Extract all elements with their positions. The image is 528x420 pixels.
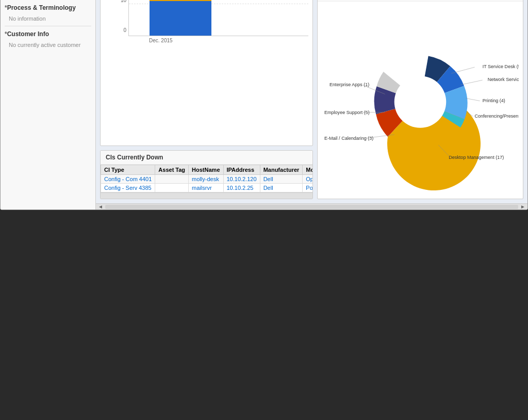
ip-1[interactable]: 10.10.2.25 bbox=[227, 185, 254, 191]
process-info: No information bbox=[1, 13, 95, 24]
line-it bbox=[451, 67, 474, 73]
ci-title: CIs Currently Down bbox=[101, 151, 312, 165]
col-manufacturer[interactable]: Manufacturer bbox=[260, 165, 303, 175]
service-panel: Open Incidents/Service Requests by Servi… bbox=[317, 0, 523, 199]
line-net bbox=[460, 80, 482, 85]
label-network: Network Services (2) bbox=[488, 77, 519, 82]
bar-column[interactable] bbox=[150, 0, 211, 36]
dashboard-left: Open Incidents/Service Requests by Statu… bbox=[100, 0, 313, 199]
process-label: Process & Terminology bbox=[7, 4, 76, 11]
main-layout: Quick Search Search Incident ··· 🔍 Open … bbox=[1, 0, 527, 209]
y-label-10: 10 bbox=[121, 0, 126, 3]
svg-point-11 bbox=[394, 76, 447, 128]
sidebar: Quick Search Search Incident ··· 🔍 Open … bbox=[1, 0, 96, 209]
model-0[interactable]: OptiFlex 90... bbox=[306, 176, 312, 182]
customer-label: Customer Info bbox=[7, 30, 49, 38]
service-donut-container: IT Service Desk (5) Network Services (2)… bbox=[318, 2, 523, 197]
ci-table: CI Type Asset Tag HostName IPAddress Man… bbox=[101, 165, 312, 192]
content-area: Cherwell Software Henri Bryce Thursday, … bbox=[96, 0, 527, 209]
bar-reopened bbox=[150, 1, 211, 36]
col-asset-tag[interactable]: Asset Tag bbox=[155, 165, 189, 175]
table-scrollbar[interactable] bbox=[101, 192, 312, 199]
bottom-scrollbar[interactable]: ◄ ► bbox=[96, 203, 527, 209]
label-desktop: Desktop Management (17) bbox=[449, 155, 504, 160]
table-row[interactable]: Config - Serv 4385 mailsrvr 10.10.2.25 D… bbox=[101, 184, 313, 192]
hostname-1[interactable]: mailsrvr bbox=[192, 185, 212, 191]
scroll-right-btn[interactable]: ► bbox=[520, 204, 525, 209]
col-ci-type[interactable]: CI Type bbox=[101, 165, 155, 175]
ci-panel: CIs Currently Down CI Type Asset Tag Hos… bbox=[100, 150, 313, 199]
asset-tag-0 bbox=[155, 175, 189, 184]
col-ip[interactable]: IPAddress bbox=[223, 165, 260, 175]
label-conferencing: Conferencing/Presentation (1) bbox=[475, 114, 519, 119]
bar-chart-container: # of Records 40 30 20 10 0 bbox=[101, 0, 312, 47]
manufacturer-0[interactable]: Dell bbox=[263, 176, 273, 182]
col-model[interactable]: Model bbox=[303, 165, 312, 175]
manufacturer-1[interactable]: Dell bbox=[263, 185, 273, 191]
ip-0[interactable]: 10.10.2.120 bbox=[227, 176, 257, 182]
label-employee: Employee Support (5) bbox=[324, 110, 370, 115]
col-hostname[interactable]: HostName bbox=[189, 165, 223, 175]
process-header[interactable]: Process & Terminology bbox=[1, 2, 95, 13]
scroll-left-btn[interactable]: ◄ bbox=[98, 204, 103, 209]
customer-info: No currently active customer bbox=[1, 40, 95, 50]
ci-table-header-row: CI Type Asset Tag HostName IPAddress Man… bbox=[101, 165, 313, 175]
divider-4 bbox=[5, 26, 91, 26]
x-axis-label: Dec. 2015 bbox=[128, 36, 308, 43]
label-enterprise: Enterprise Apps (1) bbox=[329, 82, 369, 87]
customer-header[interactable]: Customer Info bbox=[1, 28, 95, 40]
app-window: Cherwell Service Management ─ □ ✕ File E… bbox=[0, 0, 528, 210]
asset-tag-1 bbox=[155, 184, 189, 192]
chart-y-axis: 40 30 20 10 0 bbox=[113, 0, 128, 43]
dashboard-grid: Open Incidents/Service Requests by Statu… bbox=[96, 0, 527, 203]
service-donut-svg: IT Service Desk (5) Network Services (2)… bbox=[322, 6, 519, 193]
model-1[interactable]: PowerEdge... bbox=[306, 185, 312, 191]
dashboard-right: Open Incidents/Service Requests by Teams bbox=[317, 0, 523, 199]
bar-chart-panel: Open Incidents/Service Requests by Statu… bbox=[100, 0, 313, 146]
label-printing: Printing (4) bbox=[483, 98, 505, 103]
hostname-0[interactable]: molly-desk bbox=[192, 176, 219, 182]
label-it-service-desk: IT Service Desk (5) bbox=[483, 64, 519, 69]
ci-table-wrapper: CI Type Asset Tag HostName IPAddress Man… bbox=[101, 165, 312, 192]
scroll-track[interactable] bbox=[105, 205, 518, 209]
ci-type-0[interactable]: Config - Com 4401 bbox=[104, 176, 152, 182]
table-row[interactable]: Config - Com 4401 molly-desk 10.10.2.120… bbox=[101, 175, 313, 184]
ci-type-1[interactable]: Config - Serv 4385 bbox=[104, 185, 152, 191]
line-print bbox=[466, 98, 480, 101]
y-label-0: 0 bbox=[123, 27, 126, 33]
